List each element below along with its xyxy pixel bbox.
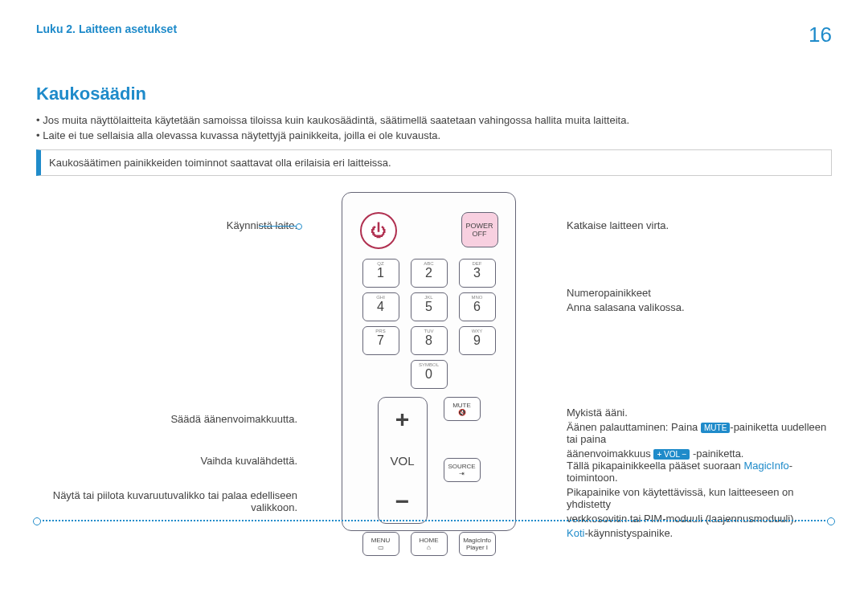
callout-mute: Mykistä ääni. Äänen palauttaminen: Paina… [567,407,832,462]
key-2: ABC2 [411,259,448,288]
page-number: 16 [809,22,832,47]
callout-menu: Näytä tai piilota kuvaruutuvalikko tai p… [36,489,297,513]
callout-number-keys: Numeropainikkeet Anna salasana valikossa… [567,287,685,316]
home-button: HOME⌂ [411,532,448,556]
note-box: Kaukosäätimen painikkeiden toiminnot saa… [36,149,832,176]
bullet-item: • Laite ei tue sellaisia alla olevassa k… [36,129,832,141]
chapter-label: Luku 2. Laitteen asetukset [36,22,177,47]
power-off-button: POWER OFF [461,212,498,247]
vol-minus-icon: − [395,488,410,515]
mute-button: MUTE🔇 [444,397,481,421]
divider-dots [36,520,832,521]
callout-power-off: Katkaise laitteen virta. [567,219,669,231]
remote-control: ⏻ POWER OFF QZ1 ABC2 DEF3 GHI4 JKL5 MNO6… [342,192,516,531]
source-button: SOURCE⇥ [444,458,481,482]
callout-volume: Säädä äänenvoimakkuutta. [170,413,297,425]
page-title: Kaukosäädin [36,84,868,104]
key-3: DEF3 [459,259,496,288]
key-8: TUV8 [411,326,448,355]
vol-plus-icon: + [395,406,410,433]
key-9: WXY9 [459,326,496,355]
power-on-button: ⏻ [360,212,397,249]
callout-source: Vaihda kuvalähdettä. [201,455,297,467]
key-0: SYMBOL0 [411,360,448,389]
menu-button: MENU▭ [362,532,399,556]
key-7: PRS7 [362,326,399,355]
magicinfo-button: MagicInfoPlayer I [459,532,496,556]
key-1: QZ1 [362,259,399,288]
volume-rocker: + VOL − [378,397,428,524]
callout-magicinfo: Tällä pikapainikkeella pääset suoraan Ma… [567,460,832,541]
key-6: MNO6 [459,292,496,321]
key-5: JKL5 [411,292,448,321]
remote-diagram: ⏻ POWER OFF QZ1 ABC2 DEF3 GHI4 JKL5 MNO6… [36,192,832,546]
bullet-item: • Jos muita näyttölaitteita käytetään sa… [36,114,832,126]
bullet-list: • Jos muita näyttölaitteita käytetään sa… [36,114,832,141]
key-4: GHI4 [362,292,399,321]
